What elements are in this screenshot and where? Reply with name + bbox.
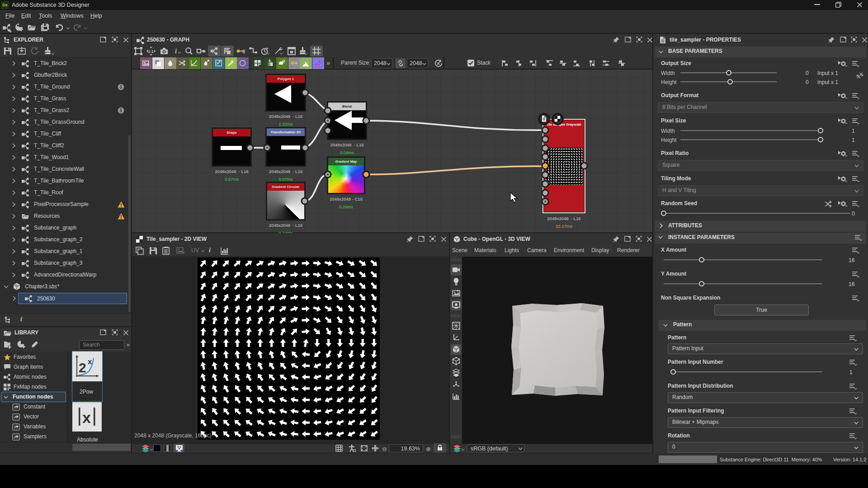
svg-text:2: 2 xyxy=(79,360,86,375)
svg-text:1:1: 1:1 xyxy=(148,49,154,54)
svg-text:x: x xyxy=(82,409,91,426)
svg-text:i: i xyxy=(175,47,177,55)
